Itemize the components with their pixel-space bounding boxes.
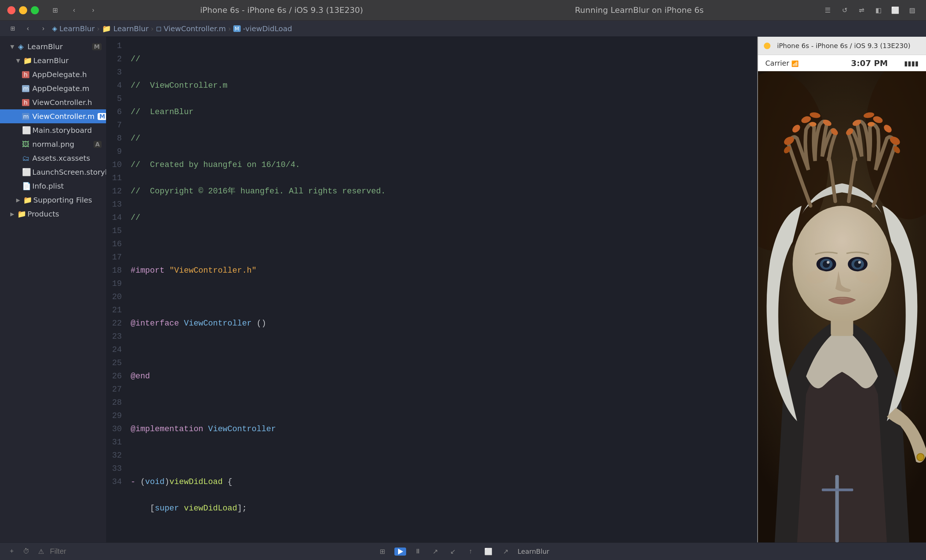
navigator-toggle-button[interactable]: ⊞	[6, 22, 19, 35]
sidebar-item-main-storyboard[interactable]: ⬜ Main.storyboard	[0, 123, 106, 137]
share-button[interactable]: ↗	[500, 546, 512, 557]
breadcrumb-label-viewdidload: -viewDidLoad	[243, 24, 292, 33]
bottombar-center: ⊞ ⏸ ↗ ↙ ↑ ⬜ ↗ LearnBlur	[237, 546, 689, 557]
sidebar-item-viewcontroller-m[interactable]: m ViewController.m M	[0, 109, 106, 123]
sidebar-item-viewcontroller-h[interactable]: h ViewController.h	[0, 95, 106, 109]
sidebar-badge-viewcontroller-m: M	[98, 113, 106, 120]
breadcrumb-label-viewcontroller-m: ViewController.m	[163, 24, 226, 33]
back-button[interactable]: ‹	[68, 4, 81, 17]
sim-time: 3:07 PM	[835, 59, 904, 68]
sidebar-item-products[interactable]: ▶ 📁 Products	[0, 207, 106, 221]
add-file-button[interactable]: +	[6, 546, 18, 557]
sidebar-item-learnblur-folder[interactable]: ▼ 📁 LearnBlur	[0, 54, 106, 68]
sidebar-item-normal-png[interactable]: 🖼 normal.png A	[0, 137, 106, 151]
sidebar-item-info-plist[interactable]: 📄 Info.plist	[0, 179, 106, 193]
simulator-screen: Carrier 📶 3:07 PM ▮▮▮▮	[758, 55, 926, 542]
breadcrumb-sep-1: ›	[97, 24, 100, 33]
sidebar-label-appdelegate-h: AppDelegate.h	[32, 70, 87, 79]
folder-icon: 📁	[102, 24, 111, 33]
filter-input[interactable]	[50, 547, 143, 555]
breadcrumb: ⊞ ‹ › ◈ LearnBlur › 📁 LearnBlur › ◻ View…	[0, 21, 926, 37]
simulator-titlebar: iPhone 6s - iPhone 6s / iOS 9.3 (13E230)	[758, 37, 926, 55]
step-out-button[interactable]: ↑	[465, 546, 477, 557]
sidebar-item-appdelegate-h[interactable]: h AppDelegate.h	[0, 68, 106, 82]
project-icon: ◈	[17, 42, 24, 51]
code-editor[interactable]: 12345 678910 1112131415 1617181920 21222…	[106, 37, 757, 542]
panel-layout-button[interactable]: ☰	[821, 4, 834, 17]
breadcrumb-sep-3: ›	[228, 24, 231, 33]
sidebar-item-supporting-files[interactable]: ▶ 📁 Supporting Files	[0, 193, 106, 207]
run-button[interactable]	[394, 548, 406, 555]
breadcrumb-back[interactable]: ‹	[21, 22, 35, 35]
plist-icon: 📄	[22, 182, 29, 191]
grid-view-button[interactable]: ⊞	[48, 4, 62, 17]
step-over-button[interactable]: ↗	[430, 546, 441, 557]
svg-rect-34	[758, 71, 926, 542]
file-m-icon-3: m	[22, 113, 29, 120]
sidebar-label-viewcontroller-m: ViewController.m	[32, 112, 95, 121]
close-button[interactable]	[8, 6, 15, 14]
nav-grid-button[interactable]: ⊞	[377, 546, 389, 557]
assets-icon: 🗂	[22, 154, 29, 163]
sidebar-item-launchscreen-storyboard[interactable]: ⬜ LaunchScreen.storyboard	[0, 165, 106, 179]
folder-icon-4: 📁	[17, 210, 24, 218]
sidebar-label-viewcontroller-h: ViewController.h	[32, 98, 92, 107]
sim-traffic-lights	[764, 42, 770, 49]
maximize-button[interactable]	[31, 6, 39, 14]
app-icon: ◈	[52, 24, 57, 32]
sidebar-label-supporting-files: Supporting Files	[33, 195, 92, 204]
file-m-icon-2: m	[22, 85, 29, 92]
sidebar-item-appdelegate-m[interactable]: m AppDelegate.m	[0, 82, 106, 95]
chevron-right-icon-2: ▶	[10, 211, 14, 217]
bottombar: + ⏱ ⚠ ⊞ ⏸ ↗ ↙ ↑ ⬜ ↗ LearnBlur	[0, 542, 926, 560]
run-status: iPhone 6s - iPhone 6s / iOS 9.3 (13E230)	[106, 6, 457, 15]
sidebar-badge-normal-png: A	[94, 141, 101, 148]
png-icon: 🖼	[22, 140, 29, 148]
folder-icon-2: 📁	[23, 56, 30, 65]
running-status-label: Running LearnBlur on iPhone 6s	[463, 6, 815, 15]
frame-button[interactable]: ⬜	[483, 546, 494, 557]
sidebar-label-products: Products	[27, 210, 59, 218]
breadcrumb-label-learnblur: LearnBlur	[59, 24, 95, 33]
wifi-icon: 📶	[791, 60, 799, 67]
simulator-status-bar: Carrier 📶 3:07 PM ▮▮▮▮	[758, 55, 926, 71]
minimize-button[interactable]	[19, 6, 27, 14]
split-button[interactable]: ⬜	[888, 4, 902, 17]
left-panel-button[interactable]: ◧	[872, 4, 885, 17]
warning-button[interactable]: ⚠	[35, 546, 47, 557]
refresh-button[interactable]: ↺	[838, 4, 851, 17]
sim-minimize-button[interactable]	[764, 42, 770, 49]
traffic-lights	[8, 6, 39, 14]
history-button[interactable]: ⏱	[21, 546, 32, 557]
bottombar-left: + ⏱ ⚠	[6, 546, 232, 557]
elf-king-image	[758, 71, 926, 542]
chevron-down-icon: ▼	[10, 44, 14, 50]
breadcrumb-item-viewdidload[interactable]: M -viewDidLoad	[233, 24, 292, 33]
storyboard-icon: ⬜	[22, 126, 29, 135]
sidebar-item-learnblur-root[interactable]: ▼ ◈ LearnBlur M	[0, 39, 106, 54]
storyboard-icon-2: ⬜	[22, 168, 29, 177]
titlebar-right: ☰ ↺ ⇌ ◧ ⬜ ▨	[821, 4, 918, 17]
step-in-button[interactable]: ↙	[447, 546, 459, 557]
breadcrumb-item-viewcontroller-m[interactable]: ◻ ViewController.m	[156, 24, 226, 33]
pause-button[interactable]: ⏸	[412, 546, 424, 557]
run-triangle-icon	[398, 549, 403, 554]
forward-button[interactable]: ›	[86, 4, 100, 17]
code-area[interactable]: 12345 678910 1112131415 1617181920 21222…	[106, 37, 757, 542]
sidebar-label-launchscreen-storyboard: LaunchScreen.storyboard	[32, 168, 106, 177]
file-m-icon: ◻	[156, 24, 162, 32]
breadcrumb-forward[interactable]: ›	[37, 22, 50, 35]
sim-carrier: Carrier 📶	[765, 59, 835, 67]
breadcrumb-item-learnblur-folder[interactable]: 📁 LearnBlur	[102, 24, 148, 33]
sidebar-label-main-storyboard: Main.storyboard	[32, 126, 92, 135]
jump-button[interactable]: ⇌	[855, 4, 868, 17]
sidebar: ▼ ◈ LearnBlur M ▼ 📁 LearnBlur h AppDeleg…	[0, 37, 106, 542]
sidebar-item-assets-xcassets[interactable]: 🗂 Assets.xcassets	[0, 151, 106, 165]
chevron-right-icon: ▶	[16, 197, 20, 203]
sidebar-label-learnblur-root: LearnBlur	[27, 42, 63, 51]
right-panel-button[interactable]: ▨	[905, 4, 918, 17]
code-content[interactable]: // // ViewController.m // LearnBlur // /…	[128, 37, 757, 542]
line-numbers: 12345 678910 1112131415 1617181920 21222…	[106, 37, 128, 542]
breadcrumb-item-learnblur-app[interactable]: ◈ LearnBlur	[52, 24, 95, 33]
sidebar-label-info-plist: Info.plist	[32, 182, 64, 191]
